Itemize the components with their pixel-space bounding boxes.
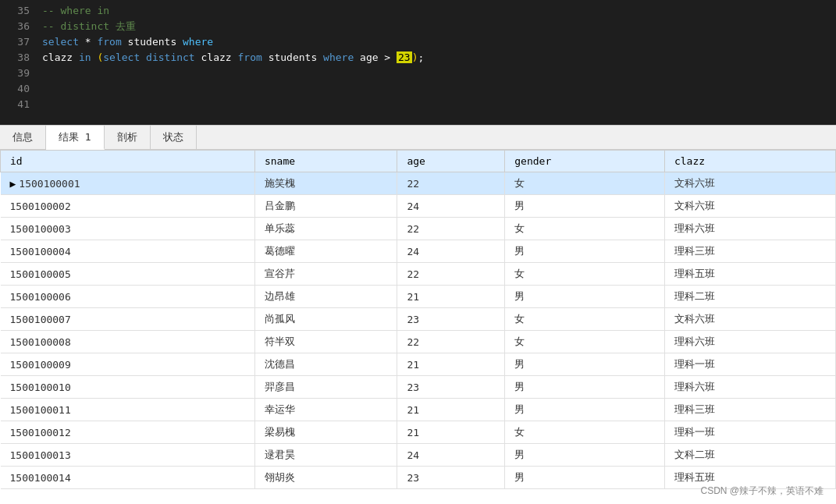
cell-clazz: 文科六班 bbox=[664, 172, 835, 195]
cell-sname: 边昂雄 bbox=[254, 286, 397, 308]
line-number: 36 bbox=[6, 19, 30, 34]
cell-clazz: 理科二班 bbox=[664, 286, 835, 308]
tab-信息[interactable]: 信息 bbox=[0, 126, 46, 149]
cell-age: 24 bbox=[397, 240, 505, 263]
cell-age: 22 bbox=[397, 331, 505, 353]
column-header-sname: sname bbox=[254, 151, 397, 172]
cell-gender: 女 bbox=[505, 421, 665, 444]
cell-age: 21 bbox=[397, 399, 505, 421]
cell-gender: 女 bbox=[505, 308, 665, 331]
cell-id: 1500100008 bbox=[1, 331, 255, 353]
watermark: CSDN @辣子不辣，英语不难 bbox=[700, 484, 824, 498]
cell-gender: 女 bbox=[505, 172, 665, 195]
line-number: 35 bbox=[6, 3, 30, 19]
table-row[interactable]: ▶ 1500100001施笑槐22女文科六班 bbox=[1, 172, 836, 195]
tab-剖析[interactable]: 剖析 bbox=[105, 126, 151, 149]
cell-age: 22 bbox=[397, 263, 505, 286]
table-row[interactable]: 1500100002吕金鹏24男文科六班 bbox=[1, 195, 836, 218]
line-content: select * from students where bbox=[42, 34, 213, 50]
tab-结果 1[interactable]: 结果 1 bbox=[46, 126, 105, 150]
cell-sname: 梁易槐 bbox=[254, 421, 397, 444]
cell-id: 1500100011 bbox=[1, 399, 255, 421]
cell-clazz: 理科三班 bbox=[664, 240, 835, 263]
cell-clazz: 理科一班 bbox=[664, 353, 835, 376]
cell-age: 21 bbox=[397, 353, 505, 376]
cell-sname: 沈德昌 bbox=[254, 353, 397, 376]
results-area[interactable]: idsnameagegenderclazz ▶ 1500100001施笑槐22女… bbox=[0, 150, 836, 504]
cell-clazz: 理科五班 bbox=[664, 263, 835, 286]
line-number: 40 bbox=[6, 81, 30, 97]
table-row[interactable]: 1500100009沈德昌21男理科一班 bbox=[1, 353, 836, 376]
table-row[interactable]: 1500100007尚孤风23女文科六班 bbox=[1, 308, 836, 331]
cell-clazz: 文科二班 bbox=[664, 444, 835, 467]
cell-sname: 羿彦昌 bbox=[254, 376, 397, 399]
cell-sname: 幸运华 bbox=[254, 399, 397, 421]
cell-age: 24 bbox=[397, 444, 505, 467]
cell-age: 23 bbox=[397, 308, 505, 331]
cell-gender: 男 bbox=[505, 195, 665, 218]
cell-gender: 男 bbox=[505, 240, 665, 263]
cell-sname: 符半双 bbox=[254, 331, 397, 353]
code-line: 40 bbox=[0, 81, 836, 97]
cell-gender: 男 bbox=[505, 376, 665, 399]
code-line: 38clazz in (select distinct clazz from s… bbox=[0, 50, 836, 66]
cell-id: 1500100004 bbox=[1, 240, 255, 263]
cell-age: 22 bbox=[397, 172, 505, 195]
cell-age: 23 bbox=[397, 467, 505, 489]
column-header-id: id bbox=[1, 151, 255, 172]
cell-gender: 女 bbox=[505, 331, 665, 353]
tab-状态[interactable]: 状态 bbox=[151, 126, 197, 149]
line-content: -- distinct 去重 bbox=[42, 19, 136, 34]
cell-clazz: 理科六班 bbox=[664, 376, 835, 399]
cell-id: ▶ 1500100001 bbox=[1, 172, 255, 195]
cell-sname: 葛德曜 bbox=[254, 240, 397, 263]
cell-sname: 尚孤风 bbox=[254, 308, 397, 331]
cell-id: 1500100005 bbox=[1, 263, 255, 286]
column-header-gender: gender bbox=[505, 151, 665, 172]
code-line: 39 bbox=[0, 66, 836, 81]
cell-sname: 施笑槐 bbox=[254, 172, 397, 195]
line-number: 39 bbox=[6, 66, 30, 81]
cell-id: 1500100006 bbox=[1, 286, 255, 308]
cell-clazz: 理科三班 bbox=[664, 399, 835, 421]
cell-id: 1500100010 bbox=[1, 376, 255, 399]
table-row[interactable]: 1500100004葛德曜24男理科三班 bbox=[1, 240, 836, 263]
table-row[interactable]: 1500100008符半双22女理科六班 bbox=[1, 331, 836, 353]
code-editor[interactable]: 35-- where in36-- distinct 去重37select * … bbox=[0, 0, 836, 125]
column-header-clazz: clazz bbox=[664, 151, 835, 172]
column-header-age: age bbox=[397, 151, 505, 172]
cell-age: 21 bbox=[397, 421, 505, 444]
table-row[interactable]: 1500100006边昂雄21男理科二班 bbox=[1, 286, 836, 308]
table-row[interactable]: 1500100013逯君昊24男文科二班 bbox=[1, 444, 836, 467]
line-content: -- where in bbox=[42, 3, 109, 19]
table-row[interactable]: 1500100010羿彦昌23男理科六班 bbox=[1, 376, 836, 399]
cell-id: 1500100012 bbox=[1, 421, 255, 444]
cell-sname: 逯君昊 bbox=[254, 444, 397, 467]
table-row[interactable]: 1500100012梁易槐21女理科一班 bbox=[1, 421, 836, 444]
table-header: idsnameagegenderclazz bbox=[1, 151, 836, 172]
table-row[interactable]: 1500100005宣谷芹22女理科五班 bbox=[1, 263, 836, 286]
cell-id: 1500100002 bbox=[1, 195, 255, 218]
cell-id: 1500100009 bbox=[1, 353, 255, 376]
cell-clazz: 理科六班 bbox=[664, 331, 835, 353]
cell-clazz: 文科六班 bbox=[664, 308, 835, 331]
table-row[interactable]: 1500100003单乐蕊22女理科六班 bbox=[1, 218, 836, 240]
cell-age: 22 bbox=[397, 218, 505, 240]
cell-id: 1500100007 bbox=[1, 308, 255, 331]
cell-age: 23 bbox=[397, 376, 505, 399]
cell-id: 1500100013 bbox=[1, 444, 255, 467]
cell-gender: 男 bbox=[505, 444, 665, 467]
cell-age: 24 bbox=[397, 195, 505, 218]
cell-clazz: 文科六班 bbox=[664, 195, 835, 218]
table-body: ▶ 1500100001施笑槐22女文科六班1500100002吕金鹏24男文科… bbox=[1, 172, 836, 489]
line-number: 37 bbox=[6, 34, 30, 50]
code-line: 37select * from students where bbox=[0, 34, 836, 50]
table-row[interactable]: 1500100011幸运华21男理科三班 bbox=[1, 399, 836, 421]
cell-age: 21 bbox=[397, 286, 505, 308]
code-line: 41 bbox=[0, 97, 836, 112]
cell-id: 1500100014 bbox=[1, 467, 255, 489]
cell-clazz: 理科六班 bbox=[664, 218, 835, 240]
cell-sname: 单乐蕊 bbox=[254, 218, 397, 240]
cell-gender: 女 bbox=[505, 263, 665, 286]
line-number: 38 bbox=[6, 50, 30, 66]
